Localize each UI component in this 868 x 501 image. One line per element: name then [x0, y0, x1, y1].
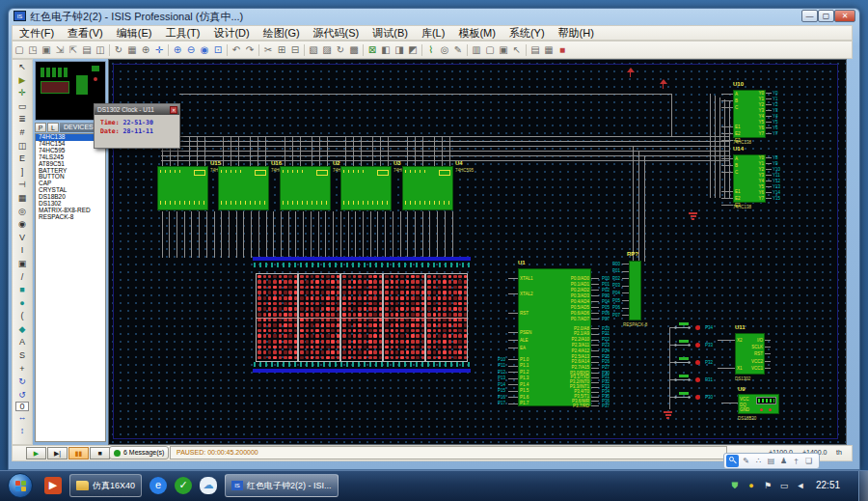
mode-generator-mode-icon[interactable]: ◉: [15, 218, 29, 232]
mode-2d-line-icon[interactable]: /: [15, 271, 29, 285]
mode-2d-text-icon[interactable]: A: [15, 336, 29, 349]
tray-network-icon[interactable]: ▭: [778, 480, 790, 491]
toolbar-save-design-icon[interactable]: ▣: [40, 43, 53, 57]
ime-language-bar[interactable]: ✎∴▤♟†❏: [723, 453, 820, 469]
mode-inter-sheet-terminal-icon[interactable]: ]: [15, 166, 29, 180]
tray-flag-icon[interactable]: ⚑: [762, 480, 773, 491]
menu-5[interactable]: 绘图(G): [257, 26, 307, 41]
mode-mirror-vertical-icon[interactable]: ↕: [15, 425, 29, 438]
mode-graph-mode-icon[interactable]: ▦: [15, 192, 29, 206]
menu-2[interactable]: 编辑(E): [110, 26, 159, 41]
toolbar-redo-icon[interactable]: ↷: [243, 43, 257, 57]
mode-current-probe-icon[interactable]: I: [15, 244, 29, 258]
mode-2d-circle-icon[interactable]: ●: [15, 297, 29, 311]
minimize-button[interactable]: —: [801, 10, 818, 22]
mode-rotate-anticlockwise-icon[interactable]: ↺: [15, 389, 29, 403]
toolbar-cut-icon[interactable]: ✂: [261, 43, 275, 57]
toolbar-pan-center-icon[interactable]: ✛: [152, 43, 166, 57]
mode-instant-edit-icon[interactable]: E: [15, 153, 29, 166]
device-item-respack-8[interactable]: RESPACK-8: [36, 214, 105, 221]
library-button[interactable]: L: [47, 123, 59, 132]
maximize-button[interactable]: ▢: [818, 10, 834, 22]
sim-play-button[interactable]: ▶: [26, 447, 46, 459]
toolbar-block-move-icon[interactable]: ▨: [320, 43, 334, 57]
toolbar-zoom-in-icon[interactable]: ⊕: [171, 43, 184, 57]
push-button-p32[interactable]: [679, 357, 689, 360]
toolbar-property-assignment-icon[interactable]: ✎: [451, 43, 465, 57]
quicklaunch-ie-browser-icon[interactable]: e: [149, 477, 167, 494]
toolbar-pick-parts-icon[interactable]: ⊠: [366, 43, 379, 57]
close-button[interactable]: ✕: [834, 10, 855, 22]
show-desktop-button[interactable]: [858, 471, 868, 501]
mode-subcircuit-mode-icon[interactable]: ◫: [15, 140, 29, 153]
menu-8[interactable]: 库(L): [415, 26, 451, 41]
mode-rotation-angle-icon[interactable]: 0: [15, 402, 29, 411]
toolbar-print-design-icon[interactable]: ▤: [80, 43, 94, 57]
mode-2d-path-icon[interactable]: ◆: [15, 323, 29, 337]
mode-2d-marker-icon[interactable]: +: [15, 363, 29, 376]
push-button-p33[interactable]: [679, 340, 689, 343]
toolbar-packaging-tool-icon[interactable]: ◨: [393, 43, 406, 57]
toolbar-exit-to-parent-icon[interactable]: ↖: [510, 43, 524, 57]
ime-chat-icon[interactable]: ❏: [803, 456, 814, 466]
task-button-folder[interactable]: 仿真16X40: [69, 474, 142, 497]
toolbar-copy-icon[interactable]: ⊞: [275, 43, 288, 57]
mode-voltage-probe-icon[interactable]: V: [15, 232, 29, 245]
task-button-isis[interactable]: IS红色电子钟2(2) - ISI...: [225, 474, 339, 497]
mode-rotate-clockwise-icon[interactable]: ↻: [15, 376, 29, 389]
menu-9[interactable]: 模板(M): [451, 26, 502, 41]
mode-virtual-instrument-icon[interactable]: ▣: [15, 258, 29, 271]
pick-device-button[interactable]: P: [35, 123, 46, 132]
toolbar-bill-of-materials-icon[interactable]: ▤: [529, 43, 542, 57]
toolbar-block-rotate-icon[interactable]: ↻: [334, 43, 347, 57]
toolbar-redraw-icon[interactable]: ↻: [112, 43, 125, 57]
toolbar-wire-autorouter-icon[interactable]: ⌇: [424, 43, 438, 57]
menu-4[interactable]: 设计(D): [206, 26, 256, 41]
sim-stop-button[interactable]: ■: [90, 447, 110, 459]
tray-volume-icon[interactable]: ◄: [795, 480, 806, 491]
mode-2d-symbol-icon[interactable]: S: [15, 349, 29, 363]
menu-3[interactable]: 工具(T): [158, 26, 206, 41]
search-icon[interactable]: [726, 455, 739, 467]
mode-bus-mode-icon[interactable]: #: [15, 126, 29, 140]
component-rp[interactable]: [629, 261, 641, 320]
ime-user-icon[interactable]: ♟: [778, 456, 789, 466]
mode-tape-recorder-icon[interactable]: ◎: [15, 206, 29, 219]
ime-dots-icon[interactable]: ∴: [753, 456, 764, 466]
toolbar-new-design-icon[interactable]: ▢: [13, 43, 26, 57]
toolbar-toggle-origin-icon[interactable]: ⊕: [139, 43, 152, 57]
toolbar-undo-icon[interactable]: ↶: [230, 43, 243, 57]
toolbar-make-device-icon[interactable]: ◧: [379, 43, 393, 57]
taskbar-clock[interactable]: 22:51: [816, 480, 840, 490]
toolbar-paste-icon[interactable]: ⊟: [288, 43, 302, 57]
ds1302-clock-popup[interactable]: DS1302 Clock - U11 ✕ Time: 22-51-30 Date…: [94, 103, 180, 149]
toolbar-electrical-rule-check-icon[interactable]: ▦: [542, 43, 556, 57]
toolbar-zoom-all-icon[interactable]: ◉: [198, 43, 211, 57]
mode-device-pin-icon[interactable]: ⊣: [15, 179, 29, 192]
start-button[interactable]: [8, 473, 33, 498]
ime-pen-icon[interactable]: ✎: [741, 456, 751, 466]
quicklaunch-cloud-browser-icon[interactable]: ☁: [200, 477, 217, 494]
push-button-p30[interactable]: [679, 392, 689, 395]
tray-coin-icon[interactable]: ●: [746, 480, 757, 491]
toolbar-zoom-area-icon[interactable]: ⊡: [211, 43, 225, 57]
quicklaunch-media-player-icon[interactable]: ▶: [44, 477, 62, 494]
ime-wrench-icon[interactable]: †: [791, 456, 801, 466]
toolbar-export-section-icon[interactable]: ⇱: [67, 43, 80, 57]
message-counter[interactable]: 6 Message(s): [109, 446, 169, 459]
push-button-p31[interactable]: [679, 375, 689, 377]
push-button-p34[interactable]: [679, 322, 689, 325]
toolbar-remove-sheet-icon[interactable]: ▣: [497, 43, 510, 57]
menu-6[interactable]: 源代码(S): [307, 26, 366, 41]
mode-selection-pointer-icon[interactable]: ↖: [15, 61, 29, 74]
sim-pause-button[interactable]: ▮▮: [68, 447, 89, 459]
toolbar-decompose-icon[interactable]: ◩: [406, 43, 420, 57]
toolbar-toggle-grid-icon[interactable]: ▦: [125, 43, 139, 57]
toolbar-netlist-to-ares-icon[interactable]: ■: [556, 43, 569, 57]
toolbar-block-copy-icon[interactable]: ▧: [307, 43, 320, 57]
mode-text-script-icon[interactable]: ≣: [15, 113, 29, 126]
mode-junction-dot-icon[interactable]: ✛: [15, 87, 29, 100]
toolbar-search-tag-icon[interactable]: ◎: [438, 43, 451, 57]
menu-7[interactable]: 调试(B): [366, 26, 415, 41]
menu-11[interactable]: 帮助(H): [552, 26, 601, 41]
